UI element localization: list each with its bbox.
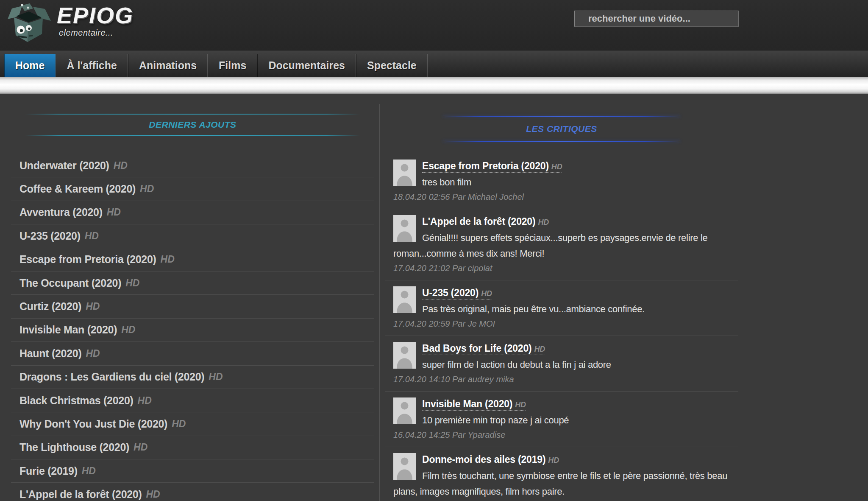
review-title-row: L'Appel de la forêt (2020)HD	[393, 214, 738, 230]
hd-badge: HD	[538, 218, 549, 227]
movie-title-label: Why Don't You Just Die (2020)	[19, 418, 167, 430]
hd-badge: HD	[86, 348, 100, 359]
review-movie-title: Bad Boys for Life (2020)	[422, 343, 532, 354]
review-date: 16.04.20 14:25 Par Yparadise	[393, 428, 738, 442]
review-movie-title: U-235 (2020)	[422, 287, 479, 298]
hd-badge: HD	[515, 400, 526, 409]
review-date: 15.04.20 22:31 Par Faure D	[393, 499, 738, 501]
hd-badge: HD	[121, 324, 135, 336]
movie-list-item[interactable]: The Occupant (2020)HD	[11, 271, 374, 295]
movie-title-label: Escape from Pretoria (2020)	[19, 253, 156, 266]
hd-badge: HD	[125, 277, 139, 289]
hd-badge: HD	[114, 160, 128, 171]
review-movie-title: Invisible Man (2020)	[422, 398, 512, 409]
hd-badge: HD	[534, 345, 545, 353]
movie-list-item[interactable]: Avventura (2020)HD	[11, 201, 374, 224]
hd-badge: HD	[551, 162, 562, 171]
review-comment: Film très touchant, une symbiose entre l…	[393, 468, 738, 499]
movie-title-label: U-235 (2020)	[19, 230, 81, 242]
review-title-row: Escape from Pretoria (2020)HD	[393, 158, 738, 174]
hd-badge: HD	[172, 418, 186, 430]
movie-list-item[interactable]: Invisible Man (2020)HD	[11, 319, 374, 342]
movie-title-label: The Occupant (2020)	[19, 277, 121, 289]
movie-title-label: Avventura (2020)	[19, 206, 103, 218]
review-title-row: Bad Boys for Life (2020)HD	[393, 341, 738, 357]
movie-list-item[interactable]: The Lighthouse (2020)HD	[11, 436, 374, 459]
review-movie-title: Donne-moi des ailes (2019)	[422, 454, 545, 465]
movie-list: Underwater (2020)HDCoffee & Kareem (2020…	[11, 154, 374, 501]
review-item: Invisible Man (2020)HD10 première min tr…	[385, 391, 738, 447]
review-date: 17.04.20 14:10 Par audrey mika	[393, 372, 738, 386]
movie-title-label: Coffee & Kareem (2020)	[19, 183, 136, 195]
hd-badge: HD	[107, 207, 121, 218]
movie-title-label: The Lighthouse (2020)	[19, 441, 129, 453]
movie-list-item[interactable]: Underwater (2020)HD	[11, 154, 374, 177]
hd-badge: HD	[146, 489, 160, 500]
review-movie-link[interactable]: Invisible Man (2020)HD	[422, 398, 526, 411]
section-line	[443, 141, 680, 142]
review-date: 18.04.20 02:56 Par Michael Jochel	[393, 190, 738, 204]
hd-badge: HD	[548, 456, 559, 465]
review-item: Donne-moi des ailes (2019)HDFilm très to…	[385, 447, 738, 501]
latest-additions-title: DERNIERS AJOUTS	[11, 115, 374, 135]
review-comment: 10 première min trop naze j ai coupé	[393, 412, 738, 428]
reviews-section: LES CRITIQUES Escape from Pretoria (2020…	[385, 0, 738, 501]
review-title-row: U-235 (2020)HD	[393, 285, 738, 301]
review-movie-title: Escape from Pretoria (2020)	[422, 160, 549, 171]
movie-title-label: Furie (2019)	[19, 465, 78, 477]
review-title-row: Donne-moi des ailes (2019)HD	[393, 452, 738, 468]
review-item: L'Appel de la forêt (2020)HDGénial!!!! s…	[385, 209, 738, 280]
movie-list-item[interactable]: Haunt (2020)HD	[11, 342, 374, 365]
hd-badge: HD	[134, 442, 147, 453]
review-item: U-235 (2020)HDPas très original, mais pe…	[385, 280, 738, 336]
hd-badge: HD	[85, 230, 99, 242]
review-movie-title: L'Appel de la forêt (2020)	[422, 216, 535, 227]
user-avatar-icon	[393, 215, 416, 242]
review-comment: Génial!!!! supers effets spéciaux...supe…	[393, 230, 738, 261]
movie-list-item[interactable]: L'Appel de la forêt (2020)HD	[11, 483, 374, 501]
section-line	[25, 135, 359, 136]
movie-title-label: Haunt (2020)	[19, 347, 81, 360]
movie-title-label: Underwater (2020)	[19, 160, 109, 172]
movie-list-item[interactable]: Coffee & Kareem (2020)HD	[11, 177, 374, 201]
reviews-title: LES CRITIQUES	[385, 117, 738, 141]
movie-list-item[interactable]: Curtiz (2020)HD	[11, 295, 374, 318]
review-item: Escape from Pretoria (2020)HDtres bon fi…	[385, 154, 738, 209]
column-divider	[379, 104, 380, 501]
movie-list-item[interactable]: Dragons : Les Gardiens du ciel (2020)HD	[11, 366, 374, 389]
movie-title-label: Curtiz (2020)	[19, 300, 81, 313]
review-movie-link[interactable]: Donne-moi des ailes (2019)HD	[422, 454, 559, 466]
movie-title-label: Dragons : Les Gardiens du ciel (2020)	[19, 371, 204, 383]
movie-list-item[interactable]: Furie (2019)HD	[11, 459, 374, 483]
hd-badge: HD	[138, 395, 152, 406]
movie-title-label: Invisible Man (2020)	[19, 324, 117, 336]
review-date: 17.04.20 21:02 Par cipolat	[393, 261, 738, 275]
review-comment: Pas très original, mais peu être vu...am…	[393, 301, 738, 317]
hd-badge: HD	[481, 289, 492, 298]
review-comment: super film de l action du debut a la fin…	[393, 357, 738, 372]
movie-list-item[interactable]: Black Christmas (2020)HD	[11, 389, 374, 412]
review-title-row: Invisible Man (2020)HD	[393, 396, 738, 412]
hd-badge: HD	[161, 254, 175, 265]
movie-list-item[interactable]: U-235 (2020)HD	[11, 224, 374, 248]
review-date: 17.04.20 20:59 Par Je MOI	[393, 317, 738, 331]
hd-badge: HD	[209, 371, 223, 383]
movie-list-item[interactable]: Escape from Pretoria (2020)HD	[11, 248, 374, 271]
latest-additions-section: DERNIERS AJOUTS Underwater (2020)HDCoffe…	[11, 0, 374, 501]
review-movie-link[interactable]: Escape from Pretoria (2020)HD	[422, 160, 562, 173]
movie-title-label: L'Appel de la forêt (2020)	[19, 488, 142, 501]
hd-badge: HD	[140, 183, 154, 195]
user-avatar-icon	[393, 160, 416, 186]
review-movie-link[interactable]: Bad Boys for Life (2020)HD	[422, 343, 545, 355]
review-list: Escape from Pretoria (2020)HDtres bon fi…	[385, 154, 738, 501]
user-avatar-icon	[393, 453, 416, 480]
review-movie-link[interactable]: U-235 (2020)HD	[422, 287, 492, 299]
hd-badge: HD	[82, 465, 96, 477]
review-movie-link[interactable]: L'Appel de la forêt (2020)HD	[422, 216, 549, 228]
user-avatar-icon	[393, 286, 416, 313]
movie-list-item[interactable]: Why Don't You Just Die (2020)HD	[11, 412, 374, 436]
hd-badge: HD	[86, 301, 100, 312]
review-comment: tres bon film	[393, 174, 738, 190]
movie-title-label: Black Christmas (2020)	[19, 395, 134, 407]
user-avatar-icon	[393, 342, 416, 369]
